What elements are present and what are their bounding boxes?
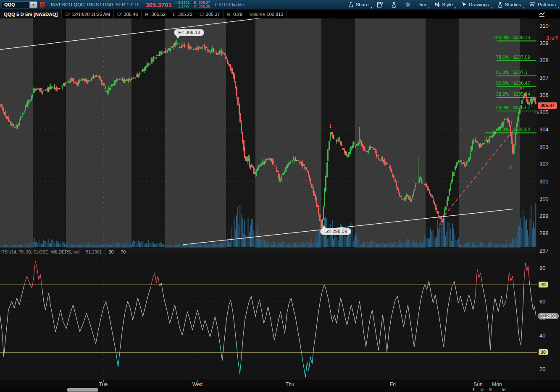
price-axis[interactable]: 3103093083073063053043033023013002992982… <box>537 18 560 380</box>
news-button[interactable] <box>373 0 387 9</box>
button-label: Share <box>356 2 369 7</box>
rsi-tick-label: 80 <box>539 265 545 271</box>
ohlc-label: H: <box>145 12 150 17</box>
5m-button[interactable]: 5m <box>415 0 430 9</box>
zoom-in-icon[interactable]: ⊕ <box>489 387 492 392</box>
scrollbar-thumb[interactable] <box>67 388 98 392</box>
symbol-dropdown-button[interactable]: ▼ <box>29 1 37 8</box>
dropdown-caret <box>491 7 492 8</box>
trading-app: QQQ ▼ ! INVESCO QQQ TRUST UNIT SER 1 ETF… <box>0 0 560 392</box>
price-tick-label: 297 <box>539 248 549 254</box>
patterns-button[interactable]: Patterns <box>525 0 560 9</box>
dropdown-caret <box>428 7 429 8</box>
patterns-icon <box>529 2 536 8</box>
day-label: Thu <box>286 382 294 387</box>
alert-icon[interactable]: ! <box>39 1 45 8</box>
candlestick-chart[interactable] <box>0 18 537 248</box>
rsi-current-value: 51.2901 <box>83 248 105 256</box>
chart-line-icon[interactable] <box>539 11 545 18</box>
pan-up-icon[interactable]: ⬆ <box>472 387 475 392</box>
ohlc-cell: C:305.37 <box>196 10 224 18</box>
flask-icon <box>391 2 397 8</box>
price-tick-label: 303 <box>539 144 549 150</box>
price-tick-label: 298 <box>539 230 549 236</box>
flask-icon <box>497 2 503 8</box>
bid-ask-stack: B: 305.37 A: 305.38 <box>194 1 210 8</box>
ohlc-label: L: <box>173 12 176 17</box>
rsi-overbought-level[interactable]: 70 <box>117 248 129 256</box>
price-tick-label: 309 <box>539 40 549 46</box>
share-button[interactable]: Share <box>344 0 373 9</box>
price-tick-label: 306 <box>539 92 549 98</box>
rsi-value-badge: 51.2901 <box>538 313 559 319</box>
ohlc-label: R: <box>227 12 231 17</box>
gear-button[interactable] <box>401 0 415 9</box>
button-label: Patterns <box>538 2 556 7</box>
day-label: Fri <box>390 382 396 387</box>
price-tick-label: 300 <box>539 196 549 202</box>
ohlc-value: 305.46 <box>124 12 138 17</box>
ohlc-label: O: <box>117 12 122 17</box>
price-tick-label: 304 <box>539 126 549 133</box>
flask-button[interactable] <box>387 0 401 9</box>
price-tick-label: 307 <box>539 75 549 81</box>
ohlc-value: 305.37 <box>206 12 220 17</box>
bottom-scroll-strip: ⬆⊖⊕▶ <box>0 387 560 392</box>
price-tick-label: 302 <box>539 161 549 167</box>
top-toolbar: QQQ ▼ ! INVESCO QQQ TRUST UNIT SER 1 ETF… <box>0 0 560 10</box>
rsi-oversold-level[interactable]: 30 <box>105 248 118 256</box>
toolbar-buttons: Share5mStyleDrawingsStudiesPatterns <box>344 0 560 9</box>
dropdown-caret <box>455 7 456 8</box>
ohlc-value: 102,813 <box>267 12 284 17</box>
drawings-button[interactable]: Drawings <box>457 0 493 9</box>
dropdown-caret <box>523 7 524 8</box>
time-axis[interactable]: TueWedThuFriSunMon <box>0 380 560 387</box>
ohlc-label: D: <box>65 12 70 17</box>
price-tick-label: 310 <box>539 23 549 29</box>
candle-icon <box>434 2 440 8</box>
button-label: 5m <box>419 2 426 7</box>
price-tick-label: 301 <box>539 178 549 185</box>
day-label: Mon <box>492 382 502 387</box>
play-icon[interactable]: ▶ <box>502 387 506 392</box>
style-button[interactable]: Style <box>430 0 457 9</box>
rsi-threshold-badge: 70 <box>539 282 548 287</box>
price-tick-label: 308 <box>539 57 549 63</box>
price-tick-label: 305 <box>539 109 549 115</box>
change-percent: +1.17% <box>176 5 190 8</box>
day-label: Wed <box>192 382 202 387</box>
company-name: INVESCO QQQ TRUST UNIT SER 1 ETF <box>51 2 139 7</box>
dropdown-caret <box>370 7 372 8</box>
ohlc-value: 305.23 <box>178 12 192 17</box>
ohlc-cell: Volume102,813 <box>246 10 287 18</box>
last-price: 305.3701 <box>145 1 172 8</box>
current-price-badge: 305.37 <box>538 102 557 109</box>
zoom-out-icon[interactable]: ⊖ <box>480 387 484 392</box>
ohlc-cell: R:0.29 <box>223 10 246 18</box>
news-icon <box>377 2 383 8</box>
ohlc-cell: H:305.52 <box>142 10 169 18</box>
dropdown-caret <box>557 7 559 8</box>
ohlc-status-bar: QQQ 5 D 5m [NASDAQ] D:12/14/20 11:25 AMO… <box>0 10 560 18</box>
studies-button[interactable]: Studies <box>493 0 525 9</box>
button-label: Studies <box>505 2 521 7</box>
ohlc-label: C: <box>200 12 204 17</box>
rsi-study-chart[interactable] <box>0 256 537 380</box>
rsi-settings-label[interactable]: RSI (14, 70, 30, CLOSE, WILDERS, no) <box>0 248 83 256</box>
day-label: Sun <box>473 382 482 387</box>
cursor-icon <box>461 2 467 8</box>
gear-icon <box>405 2 411 8</box>
change-stack: +3.5201 +1.17% <box>176 1 190 8</box>
price-tick-label: 299 <box>539 213 549 219</box>
rsi-tick-label: 20 <box>539 366 545 372</box>
rsi-threshold-badge: 30 <box>539 349 548 355</box>
rsi-tick-label: 60 <box>539 298 545 305</box>
ohlc-cell: L:305.23 <box>169 10 196 18</box>
chart-title[interactable]: QQQ 5 D 5m [NASDAQ] <box>0 10 62 18</box>
button-label: Style <box>442 2 453 7</box>
exto-eligible-label: EXTO Eligible <box>215 2 244 7</box>
ask-value: A: 305.38 <box>194 5 210 8</box>
rsi-tick-label: 40 <box>539 332 545 339</box>
symbol-input[interactable]: QQQ <box>2 1 29 8</box>
share-icon <box>348 2 354 8</box>
